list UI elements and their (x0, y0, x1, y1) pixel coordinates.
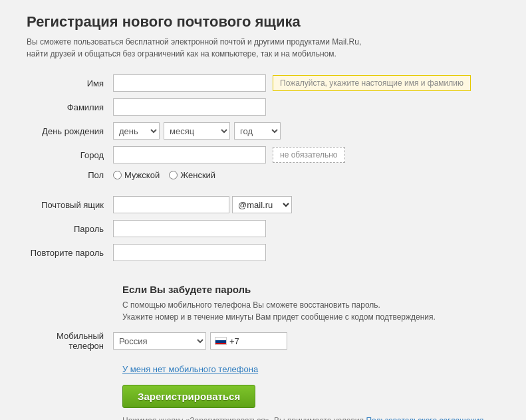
email-input[interactable] (113, 196, 229, 213)
birthday-controls: день 12345 678910 1112131415 1617181920 … (113, 122, 281, 140)
terms-link[interactable]: Пользовательского соглашения (366, 416, 483, 420)
phone-number-input[interactable] (229, 334, 283, 348)
mobile-label: Мобильный телефон (27, 331, 113, 351)
email-label: Почтовый ящик (27, 200, 113, 210)
name-row: Имя Пожалуйста, укажите настоящие имя и … (27, 74, 499, 92)
email-row: Почтовый ящик @mail.ru @inbox.ru @list.r… (27, 196, 499, 213)
city-input[interactable] (113, 146, 266, 163)
no-phone-link[interactable]: У меня нет мобильного телефона (122, 364, 258, 374)
phone-country-select[interactable]: Россия Украина Беларусь Казахстан (113, 332, 206, 350)
birthday-day-select[interactable]: день 12345 678910 1112131415 1617181920 … (113, 122, 160, 140)
terms-dot: . (483, 416, 485, 420)
birthday-month-select[interactable]: месяц ЯнварьФевральМартАпрель МайИюньИюл… (164, 122, 230, 140)
phone-controls: Россия Украина Беларусь Казахстан (113, 332, 287, 350)
birthday-label: День рождения (27, 126, 113, 136)
gender-label: Пол (27, 170, 113, 180)
city-label: Город (27, 150, 113, 160)
gender-row: Пол Мужской Женский (27, 170, 499, 180)
email-controls: @mail.ru @inbox.ru @list.ru @bk.ru (113, 196, 292, 213)
gender-female-label: Женский (180, 170, 215, 180)
terms-text-before: Нажимая кнопку «Зарегистрироваться», Вы … (122, 416, 364, 420)
forgot-password-section: Если Вы забудете пароль С помощью мобиль… (122, 284, 499, 323)
password-input[interactable] (113, 220, 266, 237)
surname-input[interactable] (113, 98, 266, 116)
surname-row: Фамилия (27, 98, 499, 116)
mobile-phone-row: Мобильный телефон Россия Украина Беларус… (27, 331, 499, 351)
password-repeat-input[interactable] (113, 244, 266, 261)
password-label: Пароль (27, 224, 113, 234)
city-optional-hint: не обязательно (273, 147, 345, 163)
gender-options: Мужской Женский (113, 170, 215, 180)
page-subtitle: Вы сможете пользоваться бесплатной элект… (27, 36, 499, 60)
gender-male-option[interactable]: Мужской (113, 170, 160, 180)
gender-male-label: Мужской (124, 170, 160, 180)
page-title: Регистрация нового почтового ящика (27, 13, 499, 31)
forgot-password-text: С помощью мобильного телефона Вы сможете… (122, 299, 499, 323)
birthday-row: День рождения день 12345 678910 11121314… (27, 122, 499, 140)
surname-label: Фамилия (27, 102, 113, 112)
password-row: Пароль (27, 220, 499, 237)
gender-male-radio[interactable] (113, 171, 122, 179)
registration-form: Имя Пожалуйста, укажите настоящие имя и … (27, 74, 499, 420)
gender-female-option[interactable]: Женский (169, 170, 215, 180)
forgot-password-title: Если Вы забудете пароль (122, 284, 499, 295)
city-row: Город не обязательно (27, 146, 499, 163)
register-button[interactable]: Зарегистрироваться (122, 385, 255, 408)
birthday-year-select[interactable]: год 2023201020001990 1980197019601950 (234, 122, 281, 140)
gender-female-radio[interactable] (169, 171, 178, 179)
register-button-wrapper: Зарегистрироваться (27, 385, 499, 408)
name-hint: Пожалуйста, укажите настоящие имя и фами… (273, 75, 471, 91)
name-label: Имя (27, 78, 113, 88)
password-repeat-label: Повторите пароль (27, 248, 113, 258)
email-domain-select[interactable]: @mail.ru @inbox.ru @list.ru @bk.ru (232, 196, 292, 213)
ru-flag-icon (215, 337, 227, 345)
page-wrapper: Регистрация нового почтового ящика Вы см… (0, 0, 526, 420)
email-domain-selector: @mail.ru @inbox.ru @list.ru @bk.ru (232, 196, 292, 213)
terms-text-wrapper: Нажимая кнопку «Зарегистрироваться», Вы … (122, 416, 499, 420)
name-input[interactable] (113, 74, 266, 92)
password-repeat-row: Повторите пароль (27, 244, 499, 261)
